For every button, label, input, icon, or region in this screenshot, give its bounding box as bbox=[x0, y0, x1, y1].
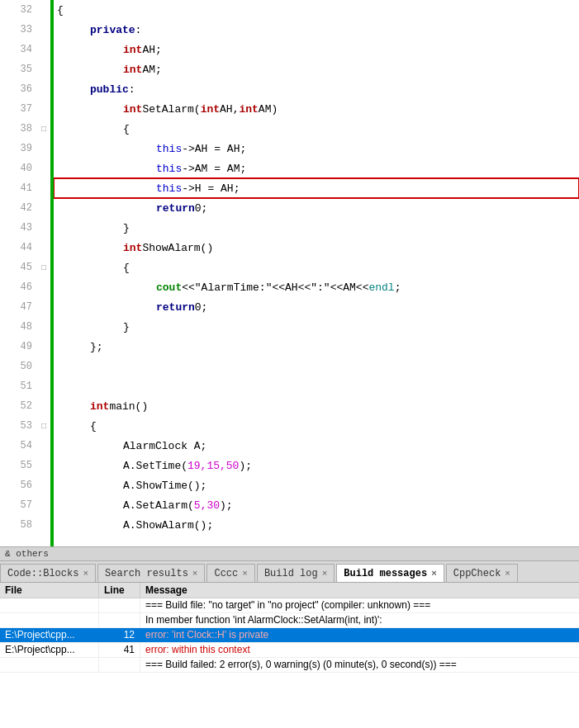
gutter-row bbox=[37, 40, 50, 59]
code-line: return 0; bbox=[54, 297, 579, 317]
gutter-row: □ bbox=[37, 119, 50, 139]
gutter-row bbox=[37, 277, 50, 297]
line-number: 48 bbox=[0, 317, 37, 337]
token: int bbox=[123, 242, 142, 254]
tabs-bar[interactable]: Code::Blocks×Search results×Cccc×Build l… bbox=[0, 561, 579, 583]
token: 0; bbox=[195, 301, 208, 314]
tab-label: Search results bbox=[105, 568, 188, 579]
gutter-row bbox=[37, 178, 50, 198]
tab-buildlog[interactable]: Build log× bbox=[257, 564, 335, 582]
token: ->AH = AH; bbox=[182, 143, 246, 155]
token: A.ShowAlarm(); bbox=[123, 519, 213, 532]
col-file-header: File bbox=[0, 583, 99, 598]
tab-buildmessages[interactable]: Build messages× bbox=[336, 564, 444, 583]
tab-search[interactable]: Search results× bbox=[97, 564, 205, 582]
message-row[interactable]: E:\Project\cpp...41error: within this co… bbox=[0, 643, 579, 658]
tab-close-icon[interactable]: × bbox=[192, 569, 198, 579]
gutter-row bbox=[37, 317, 50, 337]
gutter-row bbox=[37, 198, 50, 218]
gutter-row bbox=[37, 456, 50, 475]
msg-file: E:\Project\cpp... bbox=[0, 643, 99, 657]
message-row[interactable]: === Build file: "no target" in "no proje… bbox=[0, 598, 579, 613]
gutter-row bbox=[37, 79, 50, 99]
token: A.SetAlarm( bbox=[123, 499, 194, 512]
token: 5,30 bbox=[194, 499, 220, 512]
code-line: { bbox=[54, 0, 579, 20]
token: AM; bbox=[142, 64, 161, 76]
gutter-row bbox=[37, 376, 50, 396]
tab-close-icon[interactable]: × bbox=[242, 569, 248, 579]
code-line: int AM; bbox=[54, 59, 579, 79]
messages-area: File Line Message === Build file: "no ta… bbox=[0, 583, 579, 728]
tab-close-icon[interactable]: × bbox=[322, 569, 328, 579]
line-number: 51 bbox=[0, 376, 37, 396]
code-line: A.ShowAlarm(); bbox=[54, 515, 579, 535]
token: endl bbox=[368, 281, 394, 294]
code-line: this->AH = AH; bbox=[54, 139, 579, 158]
token: 19,15,50 bbox=[187, 460, 239, 472]
messages-header: File Line Message bbox=[0, 583, 579, 598]
token: 0; bbox=[195, 202, 208, 215]
code-line: { bbox=[54, 258, 579, 277]
token: ); bbox=[220, 499, 233, 512]
token: } bbox=[123, 222, 130, 234]
tab-label: Cccc bbox=[214, 568, 238, 579]
tab-cppcheck[interactable]: CppCheck× bbox=[446, 564, 518, 582]
line-number: 58 bbox=[0, 515, 37, 535]
line-number: 43 bbox=[0, 218, 37, 238]
line-number: 56 bbox=[0, 475, 37, 495]
others-bar: & others bbox=[0, 547, 579, 561]
fold-marker[interactable]: □ bbox=[41, 422, 46, 431]
gutter-row bbox=[37, 357, 50, 376]
gutter-row: □ bbox=[37, 416, 50, 436]
line-number: 47 bbox=[0, 297, 37, 317]
tab-close-icon[interactable]: × bbox=[431, 569, 437, 579]
others-label: & others bbox=[5, 549, 49, 559]
tab-label: Build messages bbox=[344, 568, 427, 579]
code-line: AlarmClock A; bbox=[54, 436, 579, 456]
code-line: this->H = AH; bbox=[54, 178, 579, 198]
token: return bbox=[156, 301, 195, 314]
line-number: 55 bbox=[0, 456, 37, 475]
token: private bbox=[90, 24, 135, 36]
token: int bbox=[123, 64, 142, 76]
token: : bbox=[129, 83, 135, 96]
gutter-row bbox=[37, 99, 50, 119]
msg-file bbox=[0, 613, 99, 627]
fold-marker[interactable]: □ bbox=[41, 263, 46, 272]
line-number: 44 bbox=[0, 238, 37, 258]
line-number: 32 bbox=[0, 0, 37, 20]
token: return bbox=[156, 202, 195, 215]
token: AH; bbox=[142, 44, 161, 56]
line-number: 53 bbox=[0, 416, 37, 436]
fold-marker[interactable]: □ bbox=[41, 125, 46, 134]
tab-label: Build log bbox=[264, 568, 318, 579]
line-number: 50 bbox=[0, 357, 37, 376]
gutter-row bbox=[37, 139, 50, 158]
token: this bbox=[156, 163, 182, 175]
msg-text: error: within this context bbox=[140, 643, 579, 657]
message-row[interactable]: === Build failed: 2 error(s), 0 warning(… bbox=[0, 658, 579, 673]
gutter-row bbox=[37, 436, 50, 456]
tab-codeblocks[interactable]: Code::Blocks× bbox=[0, 564, 96, 582]
message-row[interactable]: E:\Project\cpp...12error: 'int Clock::H'… bbox=[0, 628, 579, 643]
line-number: 36 bbox=[0, 79, 37, 99]
code-line bbox=[54, 357, 579, 376]
token: }; bbox=[90, 341, 103, 353]
tab-close-icon[interactable]: × bbox=[83, 569, 88, 579]
line-number: 39 bbox=[0, 139, 37, 158]
token: int bbox=[123, 44, 142, 56]
line-number: 40 bbox=[0, 158, 37, 178]
code-line: public: bbox=[54, 79, 579, 99]
code-line: return 0; bbox=[54, 198, 579, 218]
msg-text: In member function 'int AlarmClock::SetA… bbox=[140, 613, 579, 627]
msg-file: E:\Project\cpp... bbox=[0, 628, 99, 642]
code-line: } bbox=[54, 218, 579, 238]
message-row[interactable]: In member function 'int AlarmClock::SetA… bbox=[0, 613, 579, 628]
tab-label: Code::Blocks bbox=[7, 568, 78, 579]
tab-cccc[interactable]: Cccc× bbox=[206, 564, 254, 582]
code-line: int main() bbox=[54, 396, 579, 416]
tab-close-icon[interactable]: × bbox=[505, 569, 510, 579]
code-line bbox=[54, 376, 579, 396]
code-lines: {private:int AH;int AM;public:int SetAla… bbox=[54, 0, 579, 546]
